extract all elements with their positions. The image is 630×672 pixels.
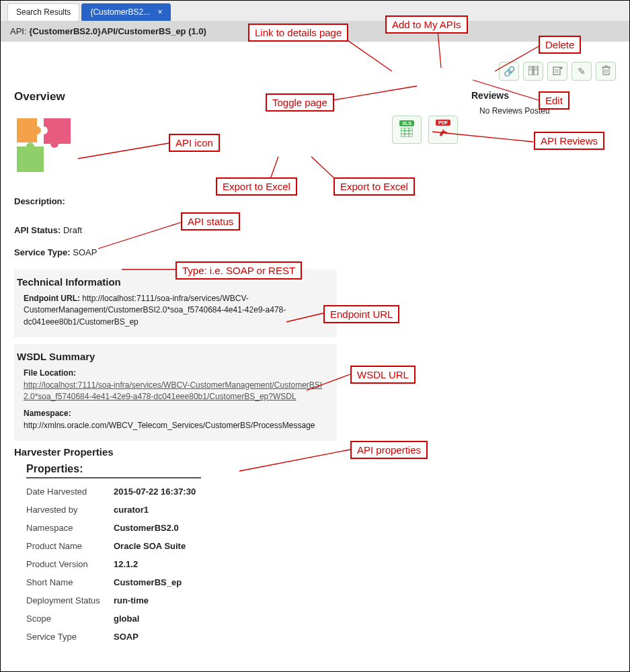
pdf-glyph-icon [438,127,448,140]
wsdl-summary-section: WSDL Summary File Location: http://local… [14,344,337,441]
trash-icon [602,65,611,77]
api-title-version: (1.0) [188,26,206,36]
callout-delete: Delete [539,36,581,54]
toggle-icon [528,66,539,77]
api-status-label: API Status: [14,225,61,235]
namespace-value: http://xmlns.oracle.com/WBCV_Telecom_Ser… [24,421,315,430]
callout-api-icon: API icon [169,134,220,152]
api-title-label: API: [10,26,27,36]
callout-type: Type: i.e. SOAP or REST [175,261,302,280]
xls-icon: XLS [399,120,414,126]
file-location-link[interactable]: http://localhost:7111/soa-infra/services… [24,380,322,401]
file-location-label: File Location: [24,368,327,379]
svg-rect-11 [603,67,609,75]
callout-endpoint-url: Endpoint URL [323,305,399,323]
table-row: Deployment Statusrun-time [26,591,255,610]
pdf-icon: PDF [436,120,450,126]
callout-link-details: Link to details page [248,24,348,42]
api-status-value: Draft [63,225,82,235]
table-row: Short NameCustomerBS_ep [26,573,255,591]
callout-api-status: API status [181,212,240,230]
grid-icon [401,128,413,139]
action-toolbar: 🔗 ✎ [499,62,616,81]
table-row: Service TypeSOAP [26,628,255,646]
table-row: Date Harvested2015-07-22 16:37:30 [26,482,255,501]
toggle-page-button[interactable] [523,62,543,81]
edit-button[interactable]: ✎ [572,62,592,81]
tab-label: {CustomerBS2... [90,7,150,17]
svg-rect-0 [528,66,533,75]
callout-wsdl-url: WSDL URL [350,366,416,384]
tab-search-results[interactable]: Search Results [7,3,79,21]
endpoint-url-label: Endpoint URL: [24,294,80,303]
service-type-label: Service Type: [14,247,71,257]
link-icon: 🔗 [504,66,515,77]
callout-api-reviews: API Reviews [534,132,604,150]
svg-rect-16 [401,128,413,137]
callout-add-my-apis: Add to My APIs [385,15,468,34]
harvester-heading: Harvester Properties [14,446,616,458]
table-row: Harvested bycurator1 [26,501,255,519]
properties-table: Date Harvested2015-07-22 16:37:30 Harves… [26,482,255,646]
api-title-name: {CustomerBS2.0}API/CustomerBS_ep [29,26,186,36]
technical-info-section: Technical Information Endpoint URL: http… [14,269,337,337]
table-row: Product NameOracle SOA Suite [26,537,255,555]
link-details-button[interactable]: 🔗 [499,62,519,81]
table-row: Scopeglobal [26,610,255,628]
delete-button[interactable] [596,62,616,81]
tab-customer[interactable]: {CustomerBS2... × [81,3,171,21]
close-icon[interactable]: × [157,7,162,17]
add-apis-icon [553,66,563,77]
overview-heading: Overview [14,90,458,103]
wsdl-heading: WSDL Summary [17,351,327,362]
callout-toggle-page: Toggle page [266,93,334,112]
callout-export-excel-1: Export to Excel [216,177,297,196]
add-my-apis-button[interactable] [547,62,567,81]
pencil-icon: ✎ [578,66,586,77]
export-excel-button[interactable]: XLS [392,116,422,144]
overview-section: Overview XLS [14,83,458,263]
callout-export-excel-2: Export to Excel [333,177,415,196]
svg-rect-6 [553,67,560,75]
svg-rect-1 [534,66,538,75]
service-type-value: SOAP [73,247,97,257]
tab-strip: Search Results {CustomerBS2... × [1,1,629,21]
namespace-label: Namespace: [24,408,327,419]
export-pdf-button[interactable]: PDF [428,116,458,144]
api-icon [14,116,75,176]
description-label: Description: [14,196,65,206]
tab-label: Search Results [16,7,71,17]
properties-title: Properties: [26,463,201,478]
table-row: Product Version12.1.2 [26,555,255,573]
callout-edit: Edit [539,91,569,110]
callout-api-properties: API properties [350,441,428,459]
harvester-section: Harvester Properties Properties: Date Ha… [14,446,616,646]
table-row: NamespaceCustomerBS2.0 [26,519,255,537]
